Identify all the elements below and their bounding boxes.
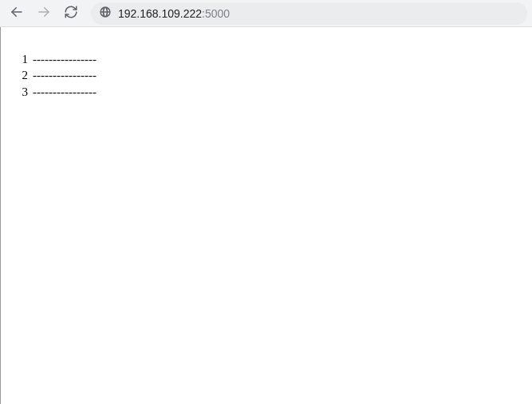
page-content: 1 ---------------- 2 ---------------- 3 … xyxy=(0,27,532,404)
line-separator: ---------------- xyxy=(33,67,97,83)
url-port: :5000 xyxy=(202,7,230,20)
url-host: 192.168.109.222 xyxy=(118,7,202,20)
address-bar[interactable]: 192.168.109.222:5000 xyxy=(91,2,527,25)
back-button[interactable] xyxy=(5,2,29,26)
forward-button[interactable] xyxy=(32,2,56,26)
content-line: 2 ---------------- xyxy=(17,67,532,83)
reload-icon xyxy=(64,5,78,22)
url-text: 192.168.109.222:5000 xyxy=(118,7,230,20)
content-line: 3 ---------------- xyxy=(17,84,532,100)
arrow-left-icon xyxy=(10,5,24,22)
globe-icon xyxy=(99,6,112,22)
reload-button[interactable] xyxy=(59,2,83,26)
content-line: 1 ---------------- xyxy=(17,51,532,67)
line-number: 1 xyxy=(17,51,28,67)
arrow-right-icon xyxy=(37,5,51,22)
line-number: 3 xyxy=(17,84,28,100)
line-separator: ---------------- xyxy=(33,84,97,100)
line-number: 2 xyxy=(17,67,28,83)
browser-toolbar: 192.168.109.222:5000 xyxy=(0,0,532,27)
line-separator: ---------------- xyxy=(33,51,97,67)
